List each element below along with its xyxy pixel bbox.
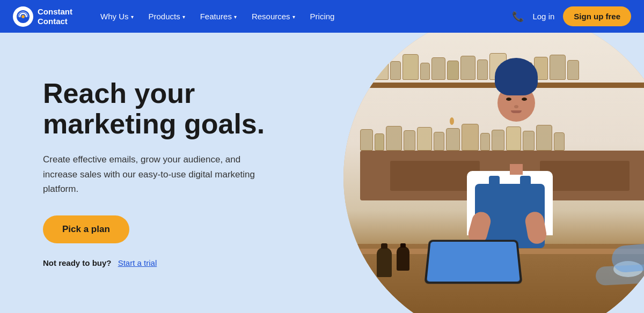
nav-links: Why Us ▾ Products ▾ Features ▾ Resources… — [94, 8, 512, 25]
nav-pricing[interactable]: Pricing — [304, 8, 341, 25]
person-headwrap — [495, 58, 538, 95]
jar — [434, 132, 444, 151]
jar — [360, 129, 373, 151]
jar — [492, 130, 504, 151]
jar — [460, 56, 475, 80]
jar — [420, 63, 430, 80]
jar — [446, 128, 460, 151]
tablet-screen — [427, 242, 519, 281]
svg-point-1 — [21, 15, 25, 18]
jar — [402, 54, 419, 80]
jar — [447, 61, 459, 80]
not-ready-text: Not ready to buy? — [43, 258, 112, 267]
hero-section: Reach your marketing goals. Create effec… — [0, 33, 644, 313]
hero-content: Reach your marketing goals. Create effec… — [0, 46, 301, 300]
jar — [506, 126, 521, 151]
person-neck — [510, 164, 523, 175]
bottle-2 — [397, 247, 409, 271]
chevron-down-icon: ▾ — [234, 14, 237, 20]
chevron-down-icon: ▾ — [131, 14, 134, 20]
tablet — [424, 240, 522, 284]
navbar-right: 📞 Log in Sign up free — [512, 6, 631, 26]
jar — [374, 56, 389, 80]
hero-image-area — [311, 33, 644, 313]
logo-icon — [13, 6, 33, 27]
jar — [523, 131, 535, 151]
jar — [431, 57, 445, 80]
pick-plan-button[interactable]: Pick a plan — [43, 215, 129, 243]
jar — [480, 133, 490, 151]
jar — [477, 59, 488, 80]
jar — [417, 127, 432, 151]
bottle-1 — [377, 248, 392, 277]
jar — [554, 132, 565, 151]
jar — [462, 124, 479, 151]
hero-scene — [343, 33, 644, 313]
nav-why-us[interactable]: Why Us ▾ — [94, 8, 140, 25]
jar — [536, 125, 552, 151]
jar — [567, 60, 579, 80]
chevron-down-icon: ▾ — [292, 14, 295, 20]
login-button[interactable]: Log in — [532, 12, 554, 21]
logo[interactable]: ConstantContact — [13, 6, 72, 27]
jar — [375, 133, 384, 151]
nav-resources[interactable]: Resources ▾ — [245, 8, 302, 25]
hero-title: Reach your marketing goals. — [43, 78, 268, 139]
phone-icon: 📞 — [512, 11, 524, 23]
start-trial-link[interactable]: Start a trial — [118, 258, 157, 267]
jar — [390, 61, 401, 80]
trial-text-area: Not ready to buy? Start a trial — [43, 258, 268, 267]
nav-products[interactable]: Products ▾ — [142, 8, 192, 25]
jar — [386, 126, 402, 151]
navbar: ConstantContact Why Us ▾ Products ▾ Feat… — [0, 0, 644, 33]
hero-subtitle: Create effective emails, grow your audie… — [43, 152, 268, 196]
chevron-down-icon: ▾ — [182, 14, 185, 20]
jar — [360, 59, 372, 80]
jar — [550, 55, 566, 80]
brand-name: ConstantContact — [38, 7, 72, 26]
jar — [404, 130, 415, 151]
drawer — [540, 161, 630, 191]
signup-button[interactable]: Sign up free — [563, 6, 631, 26]
nav-features[interactable]: Features ▾ — [194, 8, 243, 25]
